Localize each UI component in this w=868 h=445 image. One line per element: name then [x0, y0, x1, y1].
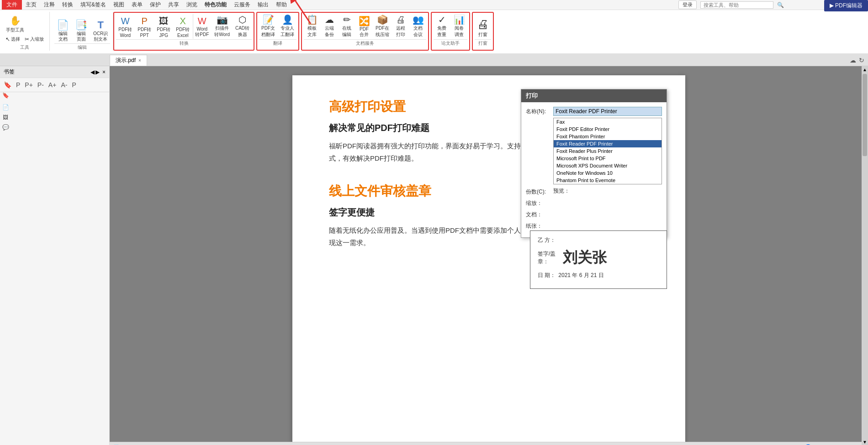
sidebar-title: 书签 [4, 68, 15, 76]
pdf-translate-icon: 📝 [263, 14, 274, 25]
pdf-to-excel-button[interactable]: X PDF转 Excel [174, 14, 192, 39]
menu-features[interactable]: 特色功能 [201, 0, 230, 10]
sidebar-close-button[interactable]: × [102, 69, 106, 75]
reading-survey-button[interactable]: 📊 阅卷 调查 [451, 14, 467, 39]
font-decrease-icon[interactable]: A- [59, 80, 69, 90]
ocr-button[interactable]: T OCR识 别文本 [91, 18, 110, 43]
convert-section-label: 转换 [116, 39, 252, 47]
printer-fax[interactable]: Fax [554, 118, 662, 126]
cloud-backup-button[interactable]: ☁ 云端 备份 [321, 14, 338, 39]
doc-meeting-button[interactable]: 👥 文档 会议 [410, 14, 426, 39]
printer-foxit-reader-plus[interactable]: Foxit Reader Plus Printer [554, 147, 662, 155]
cloud-icon[interactable]: ☁ [850, 57, 856, 64]
menu-view[interactable]: 视图 [110, 0, 128, 10]
print-name-input[interactable] [553, 107, 662, 116]
online-edit-icon: ✏ [343, 14, 351, 25]
pdf-page: 高级打印设置 解决常见的PDF打印难题 福昕PDF阅读器拥有强大的打印功能，界面… [292, 75, 685, 445]
bookmark-icon[interactable]: 🔖 [2, 80, 13, 90]
main-layout: 书签 ◀ ▶ × 🔖 P P+ P- A+ A- P 🔖 📄 🖼 💬 [0, 66, 868, 445]
scrollbar-down-button[interactable]: ▼ [862, 439, 868, 445]
ocr-icon: T [97, 19, 103, 31]
word-to-pdf-button[interactable]: W Word 转PDF [193, 14, 211, 39]
scan-label: 扫描件 转Word [214, 25, 230, 38]
pdf-merge-button[interactable]: 🔀 PDF 合并 [356, 14, 372, 39]
pdf-to-ppt-button[interactable]: P PDF转 PPT [135, 14, 153, 39]
sig-date-row: 日 期： 2021 年 6 月 21 日 [538, 272, 659, 279]
menu-browse[interactable]: 浏览 [183, 0, 201, 10]
sig-date-value: 2021 年 6 月 21 日 [558, 272, 603, 279]
menu-fill-sign[interactable]: 填写&签名 [77, 0, 110, 10]
printer-onenote[interactable]: OneNote for Windows 10 [554, 169, 662, 177]
menu-file[interactable]: 文件 [2, 0, 22, 10]
sidebar-toolbar: 🔖 P P+ P- A+ A- P [0, 78, 109, 92]
pdf-excel-label: PDF转 Excel [176, 26, 190, 38]
side-panel-icon-1[interactable]: 🔖 [1, 91, 10, 100]
scrollbar-up-button[interactable]: ▲ [862, 66, 868, 73]
pdf-to-jpg-button[interactable]: 🖼 PDF转 JPG [154, 14, 173, 39]
printer-ms-pdf[interactable]: Microsoft Print to PDF [554, 155, 662, 162]
pdf-translate-label: PDF文 档翻译 [261, 25, 275, 38]
sidebar-next-button[interactable]: ▶ [95, 69, 100, 75]
bookmark-down-icon[interactable]: P- [36, 80, 46, 90]
remote-print-label: 远程 打印 [396, 25, 405, 38]
edit-doc-button[interactable]: 📄 编辑 文档 [54, 18, 71, 43]
edit-page-icon: 📑 [75, 19, 87, 31]
pdf-compress-icon: 📦 [377, 14, 388, 25]
login-button[interactable]: 登录 [678, 0, 697, 9]
scrollbar-thumb[interactable] [863, 74, 867, 156]
add-bookmark-icon[interactable]: P [14, 80, 22, 90]
side-panel-icon-4[interactable]: 💬 [1, 123, 10, 132]
cut-tool-button[interactable]: ✂ 入缩放 [23, 35, 46, 44]
menu-protect[interactable]: 保护 [146, 0, 164, 10]
sidebar-prev-button[interactable]: ◀ [90, 69, 95, 75]
font-increase-icon[interactable]: A+ [47, 80, 58, 90]
edit-page-button[interactable]: 📑 编辑 页面 [73, 18, 90, 43]
printer-foxit-editor[interactable]: Foxit PDF Editor Printer [554, 126, 662, 133]
printer-phantom-evernote[interactable]: Phantom Print to Evernote [554, 177, 662, 184]
print-doc-label: 文档： [526, 210, 553, 219]
sidebar-content [0, 92, 109, 445]
printer-ms-xps[interactable]: Microsoft XPS Document Writer [554, 162, 662, 169]
sig-label: 签字/盖章： [538, 250, 563, 266]
print-copies-row: 份数(C): 预览： [526, 187, 662, 196]
select-tool-button[interactable]: ↖ 选择 [4, 35, 22, 44]
pdf-to-word-button[interactable]: W PDF转 Word [116, 14, 134, 39]
menu-output[interactable]: 输出 [254, 0, 272, 10]
doc-meeting-label: 文档 会议 [413, 25, 423, 38]
tools-label: 工具 [4, 44, 46, 51]
pdf-translate-button[interactable]: 📝 PDF文 档翻译 [259, 14, 277, 39]
side-panel-icon-3[interactable]: 🖼 [1, 113, 10, 122]
side-panel-icon-2[interactable]: 📄 [1, 103, 10, 112]
printer-list: Fax Foxit PDF Editor Printer Foxit Phant… [553, 118, 662, 184]
menu-cloud[interactable]: 云服务 [230, 0, 254, 10]
print-preview-label: 预览： [553, 187, 662, 195]
print-window-button[interactable]: 🖨 打窗 [475, 14, 491, 39]
menu-forms[interactable]: 表单 [128, 0, 146, 10]
menu-home[interactable]: 主页 [22, 0, 40, 10]
hand-tool-button[interactable]: ✋ 手型工具 [4, 12, 26, 35]
sync-icon[interactable]: ↻ [859, 57, 864, 64]
printer-foxit-phantom[interactable]: Foxit Phantom Printer [554, 133, 662, 140]
tab-close-button[interactable]: × [138, 58, 141, 63]
active-tab[interactable]: 演示.pdf × [110, 55, 147, 66]
remote-print-button[interactable]: 🖨 远程 打印 [392, 14, 409, 39]
pdf-compress-button[interactable]: 📦 PDF在 线压缩 [373, 14, 392, 39]
search-input[interactable] [700, 1, 773, 9]
menu-convert[interactable]: 转换 [58, 0, 77, 10]
print-zoom-label: 缩放： [526, 199, 553, 207]
print-paper-label: 纸张： [526, 221, 553, 230]
menu-share[interactable]: 共享 [164, 0, 183, 10]
online-edit-button[interactable]: ✏ 在线 编辑 [339, 14, 355, 39]
scrollbar-vertical[interactable]: ▲ ▼ [862, 66, 868, 445]
cad-converter-button[interactable]: ⬡ CAD转 换器 [233, 14, 252, 39]
search-icon[interactable]: 🔍 [777, 2, 784, 8]
free-check-button[interactable]: ✓ 免费 查重 [434, 14, 450, 39]
doc-meeting-icon: 👥 [413, 14, 424, 25]
bookmark-up-icon[interactable]: P+ [23, 80, 35, 90]
printer-foxit-reader[interactable]: Foxit Reader PDF Printer [554, 140, 662, 147]
scan-to-word-button[interactable]: 📷 扫描件 转Word [212, 14, 232, 39]
menu-annotate[interactable]: 注释 [40, 0, 58, 10]
bookmark-settings-icon[interactable]: P [70, 80, 78, 90]
party-label: 乙 方： [538, 236, 556, 244]
edit-doc-icon: 📄 [57, 19, 69, 31]
